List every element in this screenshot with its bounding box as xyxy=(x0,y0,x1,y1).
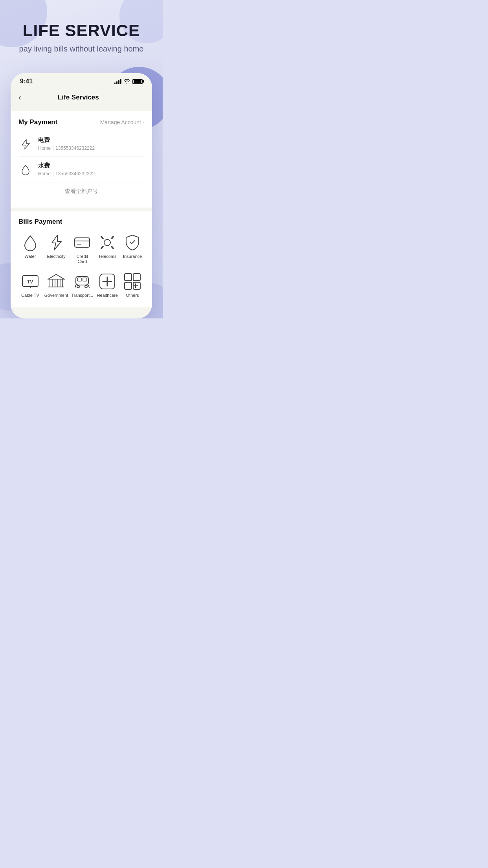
svg-point-3 xyxy=(104,239,110,246)
payment-name-water: 水费 xyxy=(38,162,144,169)
payment-item-electricity[interactable]: 电费 Home｜135553346232222 xyxy=(18,132,144,157)
bill-item-water[interactable]: Water xyxy=(18,231,42,267)
bill-item-transport[interactable]: Transport... xyxy=(70,270,94,300)
payment-detail-water: Home｜135553346232222 xyxy=(38,171,144,177)
bill-item-cabletv[interactable]: TV Cable TV xyxy=(18,270,42,300)
bills-payment-section: Bills Payment Water xyxy=(11,211,152,307)
svg-rect-15 xyxy=(83,278,87,281)
signal-bar-3 xyxy=(118,80,119,84)
hero-section: LIFE SERVICE pay living bills without le… xyxy=(0,0,163,65)
insurance-bill-icon xyxy=(123,234,141,252)
manage-account-label: Manage Account xyxy=(100,119,141,125)
transport-bill-icon xyxy=(73,272,91,291)
payment-detail-electricity: Home｜135553346232222 xyxy=(38,145,144,152)
svg-line-16 xyxy=(75,285,76,287)
payment-info-electricity: 电费 Home｜135553346232222 xyxy=(38,136,144,152)
payment-info-water: 水费 Home｜135553346232222 xyxy=(38,162,144,177)
status-icons xyxy=(114,79,143,84)
healthcare-label: Healthcare xyxy=(97,293,118,298)
government-label: Government xyxy=(44,293,68,298)
phone-mockup: 9:41 xyxy=(11,73,152,318)
telecoms-bill-icon xyxy=(98,234,116,252)
creditcard-bill-icon xyxy=(73,234,91,252)
my-payment-section: My Payment Manage Account › 电费 Home｜1355… xyxy=(11,111,152,208)
bill-item-others[interactable]: Others xyxy=(121,270,144,300)
others-label: Others xyxy=(126,293,139,298)
cabletv-label: Cable TV xyxy=(21,293,39,298)
battery-icon xyxy=(132,79,143,84)
my-payment-title: My Payment xyxy=(18,118,57,126)
my-payment-header: My Payment Manage Account › xyxy=(18,118,144,126)
electricity-label: Electricity xyxy=(47,254,66,259)
bill-item-creditcard[interactable]: Credit Card xyxy=(70,231,94,267)
water-bill-icon xyxy=(21,234,39,252)
cabletv-bill-icon: TV xyxy=(21,272,39,291)
svg-rect-0 xyxy=(75,238,90,247)
svg-rect-24 xyxy=(133,274,140,281)
svg-rect-25 xyxy=(125,282,132,289)
view-all-link[interactable]: 查看全部户号 xyxy=(18,182,144,200)
electricity-bill-icon xyxy=(47,234,65,252)
bills-grid: Water Electricity xyxy=(18,231,144,300)
payment-name-electricity: 电费 xyxy=(38,136,144,144)
lightning-icon xyxy=(18,137,33,151)
svg-rect-23 xyxy=(125,274,132,281)
bill-item-government[interactable]: Government xyxy=(44,270,69,300)
svg-marker-8 xyxy=(48,274,64,279)
svg-rect-14 xyxy=(77,278,81,281)
bill-item-electricity[interactable]: Electricity xyxy=(44,231,69,267)
water-icon xyxy=(18,163,33,177)
water-label: Water xyxy=(24,254,36,259)
status-time: 9:41 xyxy=(20,78,33,85)
svg-point-18 xyxy=(77,285,79,288)
others-bill-icon xyxy=(123,272,141,291)
wifi-icon xyxy=(124,79,130,84)
healthcare-bill-icon xyxy=(98,272,116,291)
svg-rect-10 xyxy=(55,279,57,287)
chevron-right-icon: › xyxy=(143,120,144,125)
svg-point-19 xyxy=(85,285,87,288)
transport-label: Transport... xyxy=(71,293,93,298)
bill-item-telecoms[interactable]: Telecoms xyxy=(95,231,119,267)
telecoms-label: Telecoms xyxy=(98,254,116,259)
back-button[interactable]: ‹ xyxy=(18,91,24,103)
signal-bar-4 xyxy=(120,79,121,84)
svg-line-17 xyxy=(88,285,89,287)
signal-icon xyxy=(114,79,121,84)
insurance-label: Insurance xyxy=(123,254,142,259)
government-bill-icon xyxy=(47,272,65,291)
signal-bar-1 xyxy=(114,83,116,84)
svg-text:TV: TV xyxy=(27,279,33,285)
battery-fill xyxy=(134,80,141,83)
svg-rect-11 xyxy=(60,279,62,287)
creditcard-label: Credit Card xyxy=(71,254,93,264)
svg-rect-9 xyxy=(50,279,52,287)
hero-subtitle: pay living bills without leaving home xyxy=(8,44,155,53)
background-wrapper: LIFE SERVICE pay living bills without le… xyxy=(0,0,163,318)
hero-title: LIFE SERVICE xyxy=(8,22,155,40)
bill-item-healthcare[interactable]: Healthcare xyxy=(95,270,119,300)
signal-bar-2 xyxy=(116,81,117,84)
manage-account-link[interactable]: Manage Account › xyxy=(100,119,144,125)
navigation-bar: ‹ Life Services xyxy=(11,88,152,108)
bill-item-insurance[interactable]: Insurance xyxy=(121,231,144,267)
payment-item-water[interactable]: 水费 Home｜135553346232222 xyxy=(18,157,144,182)
status-bar: 9:41 xyxy=(11,73,152,88)
page-title: Life Services xyxy=(24,94,132,101)
bills-payment-title: Bills Payment xyxy=(18,218,144,226)
